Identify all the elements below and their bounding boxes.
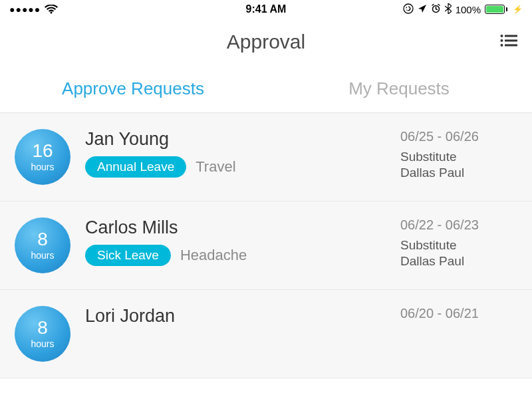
substitute-name: Dallas Paul [400, 166, 513, 180]
avatar: 8 hours [15, 217, 70, 273]
request-main: Carlos Mills Sick Leave Headache [85, 217, 400, 266]
request-meta: 06/25 - 06/26 Substitute Dallas Paul [400, 129, 513, 180]
leave-type-badge: Sick Leave [85, 245, 171, 266]
svg-point-0 [404, 4, 413, 13]
date-range: 06/22 - 06/23 [400, 217, 513, 233]
svg-point-2 [501, 35, 503, 37]
battery-percent: 100% [456, 4, 481, 15]
request-main: Lori Jordan [85, 306, 400, 333]
requester-name: Jan Young [85, 129, 400, 150]
nav-bar: Approval [0, 19, 532, 65]
signal-dots-icon: ●●●●● [9, 4, 41, 15]
request-meta: 06/22 - 06/23 Substitute Dallas Paul [400, 217, 513, 269]
page-title: Approval [227, 31, 305, 53]
leave-type-badge: Annual Leave [85, 156, 186, 178]
substitute-name: Dallas Paul [400, 254, 513, 269]
substitute-label: Substitute [400, 150, 513, 164]
svg-point-6 [501, 44, 503, 47]
location-icon [418, 4, 427, 15]
leave-row: Annual Leave Travel [85, 156, 400, 178]
request-row[interactable]: 16 hours Jan Young Annual Leave Travel 0… [0, 113, 532, 201]
request-meta: 06/20 - 06/21 [400, 306, 513, 327]
hours-unit: hours [31, 162, 54, 172]
alarm-icon [431, 3, 441, 15]
hours-unit: hours [31, 338, 54, 349]
leave-row: Sick Leave Headache [85, 245, 400, 266]
rotation-lock-icon [403, 3, 414, 16]
avatar: 8 hours [15, 306, 70, 362]
battery-icon [485, 5, 507, 14]
request-list: 16 hours Jan Young Annual Leave Travel 0… [0, 113, 532, 378]
avatar: 16 hours [15, 129, 70, 185]
bluetooth-icon [445, 3, 452, 16]
svg-rect-5 [505, 40, 517, 42]
leave-reason: Travel [196, 158, 235, 176]
request-main: Jan Young Annual Leave Travel [85, 129, 400, 178]
svg-rect-7 [505, 45, 517, 47]
request-row[interactable]: 8 hours Lori Jordan 06/20 - 06/21 [0, 290, 532, 378]
list-view-button[interactable] [500, 34, 517, 50]
status-left: ●●●●● [9, 4, 58, 15]
status-right: 100% ⚡ [403, 3, 523, 16]
charging-icon: ⚡ [513, 5, 523, 14]
request-row[interactable]: 8 hours Carlos Mills Sick Leave Headache… [0, 201, 532, 290]
tab-my-requests[interactable]: My Requests [266, 65, 532, 112]
hours-unit: hours [31, 250, 54, 261]
hours-number: 8 [37, 319, 48, 337]
requester-name: Carlos Mills [85, 217, 400, 238]
hours-number: 8 [37, 230, 48, 249]
tabs: Approve Requests My Requests [0, 65, 532, 113]
svg-rect-3 [505, 35, 517, 37]
tab-approve-requests[interactable]: Approve Requests [0, 65, 266, 112]
date-range: 06/20 - 06/21 [400, 306, 513, 321]
list-icon [500, 34, 517, 47]
substitute-label: Substitute [400, 238, 513, 253]
wifi-icon [45, 5, 58, 14]
status-time: 9:41 AM [246, 3, 287, 15]
leave-reason: Headache [180, 247, 247, 264]
date-range: 06/25 - 06/26 [400, 129, 513, 144]
hours-number: 16 [32, 142, 53, 160]
svg-point-4 [501, 39, 503, 42]
status-bar: ●●●●● 9:41 AM 100% ⚡ [0, 0, 532, 19]
requester-name: Lori Jordan [85, 306, 400, 327]
